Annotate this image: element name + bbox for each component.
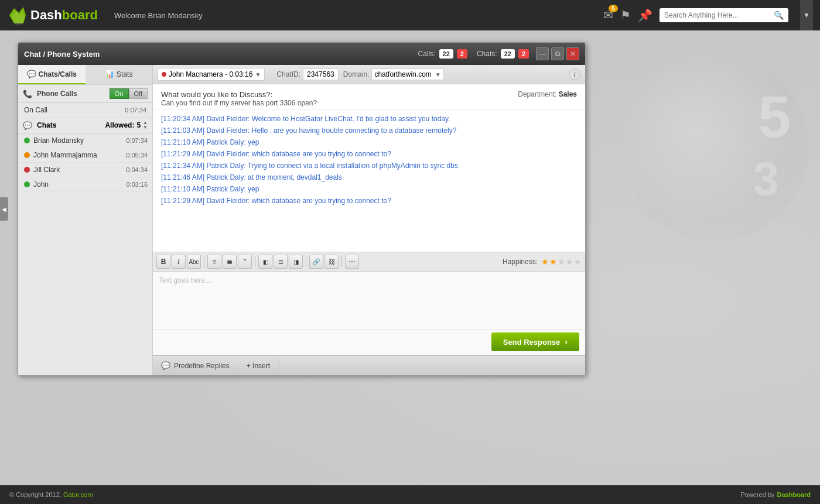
domain-chevron: ▼ [435, 71, 441, 78]
pin-icon[interactable]: 📌 [638, 8, 652, 22]
chat-message: [11:21:29 AM] David Fielder: which datab… [161, 149, 577, 159]
footer-brand-link[interactable]: Gator.com [63, 491, 93, 498]
star-5: ★ [574, 257, 582, 266]
send-response-label: Send Response [503, 338, 561, 347]
star-1: ★ [541, 257, 549, 266]
phone-icon: 📞 [23, 90, 32, 98]
chat-user-badge: John Macnamera - 0:03:16 ▼ [158, 68, 265, 81]
footer-right: Powered by Dashboard [740, 491, 811, 498]
search-icon: 🔍 [774, 11, 784, 20]
chats-section-label: Chats [37, 121, 56, 129]
calls-label: Calls: [418, 50, 436, 58]
chat-bottom-tabs: 💬 Predefine Replies + Insert [153, 355, 585, 375]
topbar-dropdown[interactable]: ▼ [800, 0, 813, 30]
bold-button[interactable]: B [156, 255, 170, 269]
domain-select[interactable]: chatforthewin.com ▼ [371, 68, 443, 80]
mail-icon[interactable]: ✉ 5 [603, 8, 613, 22]
logo-icon [7, 5, 28, 26]
chat-status-dot [24, 138, 30, 143]
on-call-time: 0:07:34 [125, 107, 146, 114]
chats-number: 22 [501, 49, 515, 59]
chat-message: [11:21:03 AM] David Fielder: Hello , are… [161, 125, 577, 136]
chat-id-value: 2347563 [303, 68, 339, 80]
minimize-button[interactable]: — [536, 47, 549, 60]
phone-on-button[interactable]: On [110, 88, 129, 99]
predefine-replies-tab[interactable]: 💬 Predefine Replies [153, 358, 238, 373]
strikethrough-button[interactable]: Abc [187, 255, 201, 269]
stats-tab-label: Stats [117, 70, 132, 78]
chat-message: [11:21:34 AM] Patrick Daly: Trying to co… [161, 160, 577, 171]
search-input[interactable] [664, 11, 770, 19]
star-4: ★ [566, 257, 573, 266]
chat-item-time: 0:03:16 [126, 181, 148, 188]
chats-icon: 💬 [23, 121, 32, 130]
flag-icon[interactable]: ⚑ [620, 8, 631, 22]
clock-decoration [621, 54, 808, 241]
ul-button[interactable]: ≡ [207, 255, 221, 269]
insert-label: + Insert [247, 362, 270, 370]
chats-tab-label: Chats/Calls [39, 70, 77, 78]
copyright-text: © Copyright 2012. [9, 491, 62, 498]
chat-toolbar: B I Abc ≡ ≣ " ◧ ☰ ◨ 🔗 ⛓ ⋯ [153, 252, 585, 272]
chat-message: [11:21:10 AM] Patrick Daly: yep [161, 184, 577, 194]
calls-stat: Calls: 22 2 [418, 49, 467, 59]
insert-tab[interactable]: + Insert [238, 358, 279, 373]
tab-stats[interactable]: 📊 Stats [86, 65, 153, 84]
chat-messages: [11:20:34 AM] David Fielder: Welcome to … [153, 110, 585, 252]
powered-by-text: Powered by [740, 491, 774, 498]
maximize-button[interactable]: ⧉ [551, 47, 564, 60]
tab-chats-calls[interactable]: 💬 Chats/Calls [18, 65, 86, 84]
footer: © Copyright 2012. Gator.com Powered by D… [0, 485, 820, 504]
topbar: Dashboard Welcome Brian Modansky ✉ 5 ⚑ 📌… [0, 0, 820, 30]
close-button[interactable]: ✕ [566, 47, 579, 60]
question-text: What would you like to Discuss?: [161, 90, 317, 99]
spin-down[interactable]: ▼ [143, 125, 148, 130]
quote-button[interactable]: " [238, 255, 252, 269]
phone-calls-label: Phone Calls [37, 90, 77, 98]
phone-off-button[interactable]: Off [129, 88, 148, 99]
sidebar: 💬 Chats/Calls 📊 Stats 📞 Phone Calls On O… [18, 65, 153, 375]
predefine-label: Predefine Replies [174, 362, 230, 370]
footer-dashboard-brand: Dashboard [777, 491, 811, 498]
spinner: ▲ ▼ [143, 121, 148, 130]
chats-stat: Chats: 22 2 [477, 49, 529, 59]
unlink-button[interactable]: ⛓ [324, 255, 339, 269]
domain-group: Domain: chatforthewin.com ▼ [343, 68, 444, 80]
chat-area: John Macnamera - 0:03:16 ▼ ChatID: 23475… [153, 65, 585, 375]
chat-item-time: 0:07:34 [126, 137, 148, 144]
domain-label: Domain: [343, 70, 370, 78]
link-button[interactable]: 🔗 [309, 255, 323, 269]
window-stats: Calls: 22 2 Chats: 22 2 [418, 49, 529, 59]
chat-list-item[interactable]: John Mammajamma 0:05:34 [18, 148, 152, 163]
star-3: ★ [558, 257, 565, 266]
ol-button[interactable]: ≣ [223, 255, 237, 269]
chat-question: What would you like to Discuss?: Can you… [153, 84, 585, 110]
domain-value: chatforthewin.com [374, 70, 431, 78]
more-button[interactable]: ⋯ [345, 255, 359, 269]
chat-list-item[interactable]: Brian Modansky 0:07:34 [18, 133, 152, 148]
allowed-label: Allowed: [105, 121, 134, 129]
stats-tab-icon: 📊 [105, 70, 114, 78]
chat-reply-area[interactable]: Text goes here.... [153, 272, 585, 330]
align-center-button[interactable]: ☰ [274, 255, 288, 269]
main-area: ◀ Chat / Phone System Calls: 22 2 Chats:… [0, 30, 820, 388]
align-right-button[interactable]: ◨ [289, 255, 303, 269]
info-button[interactable]: i [569, 68, 580, 80]
send-response-button[interactable]: Send Response › [491, 332, 579, 351]
user-dropdown-chevron[interactable]: ▼ [255, 71, 261, 78]
calls-number: 22 [439, 49, 453, 59]
align-left-button[interactable]: ◧ [258, 255, 272, 269]
chat-item-name: John [33, 180, 122, 188]
toolbar-sep-4 [341, 256, 342, 268]
chat-list-item[interactable]: Jill Clark 0:04:34 [18, 163, 152, 177]
dept-group: Department: Sales [518, 90, 577, 98]
chat-status-dot [24, 181, 30, 187]
window-title: Chat / Phone System [24, 50, 418, 59]
italic-button[interactable]: I [172, 255, 186, 269]
mail-badge: 5 [609, 5, 618, 12]
on-call-label: On Call [24, 106, 47, 114]
chat-message: [11:21:10 AM] Patrick Daly: yep [161, 137, 577, 148]
chat-list-item[interactable]: John 0:03:16 [18, 177, 152, 192]
side-collapse-tab[interactable]: ◀ [0, 197, 8, 221]
window-body: 💬 Chats/Calls 📊 Stats 📞 Phone Calls On O… [18, 65, 585, 375]
